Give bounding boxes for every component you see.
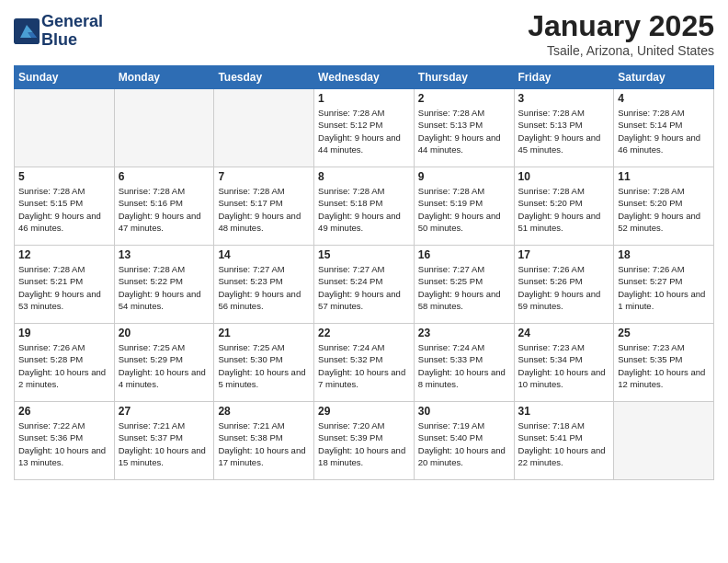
calendar-cell: 28Sunrise: 7:21 AM Sunset: 5:38 PM Dayli…	[214, 402, 314, 480]
day-info: Sunrise: 7:21 AM Sunset: 5:37 PM Dayligh…	[119, 419, 210, 468]
day-header-monday: Monday	[114, 66, 214, 89]
day-info: Sunrise: 7:19 AM Sunset: 5:40 PM Dayligh…	[418, 419, 510, 468]
day-info: Sunrise: 7:28 AM Sunset: 5:14 PM Dayligh…	[618, 107, 710, 155]
calendar-cell: 11Sunrise: 7:28 AM Sunset: 5:20 PM Dayli…	[614, 167, 714, 246]
calendar-cell: 5Sunrise: 7:28 AM Sunset: 5:15 PM Daylig…	[15, 167, 115, 246]
day-info: Sunrise: 7:28 AM Sunset: 5:13 PM Dayligh…	[418, 107, 510, 155]
day-number: 31	[518, 405, 610, 418]
calendar-cell: 6Sunrise: 7:28 AM Sunset: 5:16 PM Daylig…	[114, 167, 214, 246]
day-number: 27	[119, 405, 210, 418]
day-info: Sunrise: 7:26 AM Sunset: 5:27 PM Dayligh…	[618, 263, 710, 312]
day-info: Sunrise: 7:25 AM Sunset: 5:29 PM Dayligh…	[119, 341, 210, 390]
day-info: Sunrise: 7:27 AM Sunset: 5:24 PM Dayligh…	[318, 263, 410, 312]
day-info: Sunrise: 7:24 AM Sunset: 5:32 PM Dayligh…	[318, 341, 410, 390]
calendar-cell: 12Sunrise: 7:28 AM Sunset: 5:21 PM Dayli…	[15, 246, 115, 324]
calendar-cell: 15Sunrise: 7:27 AM Sunset: 5:24 PM Dayli…	[314, 246, 415, 324]
day-info: Sunrise: 7:28 AM Sunset: 5:12 PM Dayligh…	[318, 107, 410, 155]
calendar-cell: 7Sunrise: 7:28 AM Sunset: 5:17 PM Daylig…	[214, 167, 314, 246]
calendar-cell: 1Sunrise: 7:28 AM Sunset: 5:12 PM Daylig…	[314, 89, 415, 167]
day-number: 17	[518, 248, 610, 261]
week-row-1: 1Sunrise: 7:28 AM Sunset: 5:12 PM Daylig…	[15, 89, 714, 167]
logo: General Blue	[14, 13, 103, 50]
calendar-cell: 9Sunrise: 7:28 AM Sunset: 5:19 PM Daylig…	[414, 167, 514, 246]
calendar-cell: 29Sunrise: 7:20 AM Sunset: 5:39 PM Dayli…	[314, 402, 415, 480]
day-info: Sunrise: 7:23 AM Sunset: 5:35 PM Dayligh…	[618, 341, 710, 390]
logo-text: General Blue	[41, 13, 103, 50]
calendar-cell: 8Sunrise: 7:28 AM Sunset: 5:18 PM Daylig…	[314, 167, 415, 246]
day-number: 22	[318, 327, 410, 339]
calendar-cell: 22Sunrise: 7:24 AM Sunset: 5:32 PM Dayli…	[314, 324, 415, 402]
calendar-cell: 25Sunrise: 7:23 AM Sunset: 5:35 PM Dayli…	[614, 324, 714, 402]
day-header-tuesday: Tuesday	[214, 66, 314, 89]
month-title: January 2025	[528, 9, 714, 43]
day-info: Sunrise: 7:28 AM Sunset: 5:20 PM Dayligh…	[518, 185, 610, 234]
day-info: Sunrise: 7:18 AM Sunset: 5:41 PM Dayligh…	[518, 419, 610, 468]
day-number: 3	[518, 92, 610, 105]
day-number: 13	[119, 248, 210, 261]
day-number: 1	[318, 92, 410, 105]
day-info: Sunrise: 7:20 AM Sunset: 5:39 PM Dayligh…	[318, 419, 410, 468]
week-row-5: 26Sunrise: 7:22 AM Sunset: 5:36 PM Dayli…	[15, 402, 714, 480]
week-row-2: 5Sunrise: 7:28 AM Sunset: 5:15 PM Daylig…	[15, 167, 714, 246]
calendar-cell: 31Sunrise: 7:18 AM Sunset: 5:41 PM Dayli…	[514, 402, 614, 480]
day-number: 18	[618, 248, 710, 261]
week-row-3: 12Sunrise: 7:28 AM Sunset: 5:21 PM Dayli…	[15, 246, 714, 324]
day-header-sunday: Sunday	[15, 66, 115, 89]
day-info: Sunrise: 7:28 AM Sunset: 5:21 PM Dayligh…	[18, 263, 110, 312]
day-header-friday: Friday	[514, 66, 614, 89]
day-number: 9	[418, 170, 510, 183]
day-header-thursday: Thursday	[414, 66, 514, 89]
day-number: 19	[18, 327, 110, 339]
day-info: Sunrise: 7:25 AM Sunset: 5:30 PM Dayligh…	[218, 341, 310, 390]
calendar-cell: 4Sunrise: 7:28 AM Sunset: 5:14 PM Daylig…	[614, 89, 714, 167]
day-info: Sunrise: 7:26 AM Sunset: 5:26 PM Dayligh…	[518, 263, 610, 312]
calendar-cell	[114, 89, 214, 167]
day-number: 10	[518, 170, 610, 183]
calendar-cell: 21Sunrise: 7:25 AM Sunset: 5:30 PM Dayli…	[214, 324, 314, 402]
day-info: Sunrise: 7:21 AM Sunset: 5:38 PM Dayligh…	[218, 419, 310, 468]
calendar-cell: 17Sunrise: 7:26 AM Sunset: 5:26 PM Dayli…	[514, 246, 614, 324]
day-header-saturday: Saturday	[614, 66, 714, 89]
day-info: Sunrise: 7:28 AM Sunset: 5:22 PM Dayligh…	[119, 263, 210, 312]
day-number: 28	[218, 405, 310, 418]
day-number: 15	[318, 248, 410, 261]
day-number: 11	[618, 170, 710, 183]
calendar-cell	[15, 89, 115, 167]
day-number: 30	[418, 405, 510, 418]
calendar-cell: 18Sunrise: 7:26 AM Sunset: 5:27 PM Dayli…	[614, 246, 714, 324]
calendar-cell: 10Sunrise: 7:28 AM Sunset: 5:20 PM Dayli…	[514, 167, 614, 246]
week-row-4: 19Sunrise: 7:26 AM Sunset: 5:28 PM Dayli…	[15, 324, 714, 402]
header-row: SundayMondayTuesdayWednesdayThursdayFrid…	[15, 66, 714, 89]
calendar-cell: 16Sunrise: 7:27 AM Sunset: 5:25 PM Dayli…	[414, 246, 514, 324]
day-info: Sunrise: 7:28 AM Sunset: 5:17 PM Dayligh…	[218, 185, 310, 234]
day-number: 8	[318, 170, 410, 183]
page-header: General Blue January 2025 Tsaile, Arizon…	[14, 9, 714, 58]
calendar-cell: 3Sunrise: 7:28 AM Sunset: 5:13 PM Daylig…	[514, 89, 614, 167]
day-info: Sunrise: 7:27 AM Sunset: 5:25 PM Dayligh…	[418, 263, 510, 312]
calendar-cell: 14Sunrise: 7:27 AM Sunset: 5:23 PM Dayli…	[214, 246, 314, 324]
day-number: 25	[618, 327, 710, 339]
location: Tsaile, Arizona, United States	[528, 43, 714, 58]
calendar-cell: 30Sunrise: 7:19 AM Sunset: 5:40 PM Dayli…	[414, 402, 514, 480]
calendar-table: SundayMondayTuesdayWednesdayThursdayFrid…	[14, 65, 714, 480]
day-number: 21	[218, 327, 310, 339]
day-number: 24	[518, 327, 610, 339]
calendar-cell: 26Sunrise: 7:22 AM Sunset: 5:36 PM Dayli…	[15, 402, 115, 480]
day-number: 12	[18, 248, 110, 261]
day-number: 6	[119, 170, 210, 183]
calendar-cell: 27Sunrise: 7:21 AM Sunset: 5:37 PM Dayli…	[114, 402, 214, 480]
day-header-wednesday: Wednesday	[314, 66, 415, 89]
day-info: Sunrise: 7:22 AM Sunset: 5:36 PM Dayligh…	[18, 419, 110, 468]
day-info: Sunrise: 7:24 AM Sunset: 5:33 PM Dayligh…	[418, 341, 510, 390]
calendar-cell: 2Sunrise: 7:28 AM Sunset: 5:13 PM Daylig…	[414, 89, 514, 167]
day-info: Sunrise: 7:28 AM Sunset: 5:16 PM Dayligh…	[119, 185, 210, 234]
day-number: 29	[318, 405, 410, 418]
day-info: Sunrise: 7:26 AM Sunset: 5:28 PM Dayligh…	[18, 341, 110, 390]
day-info: Sunrise: 7:28 AM Sunset: 5:20 PM Dayligh…	[618, 185, 710, 234]
day-number: 4	[618, 92, 710, 105]
calendar-cell: 20Sunrise: 7:25 AM Sunset: 5:29 PM Dayli…	[114, 324, 214, 402]
calendar-cell: 24Sunrise: 7:23 AM Sunset: 5:34 PM Dayli…	[514, 324, 614, 402]
day-number: 23	[418, 327, 510, 339]
day-info: Sunrise: 7:28 AM Sunset: 5:18 PM Dayligh…	[318, 185, 410, 234]
day-info: Sunrise: 7:23 AM Sunset: 5:34 PM Dayligh…	[518, 341, 610, 390]
